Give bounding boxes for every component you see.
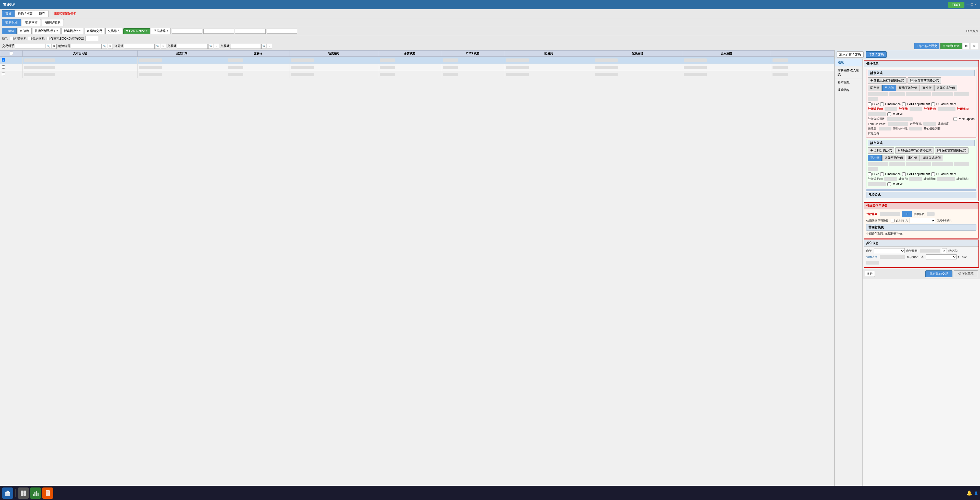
taskbar-icon-3[interactable] (30, 487, 41, 499)
table-row[interactable] (0, 71, 834, 78)
insurance-checkbox-label[interactable]: + Insurance (880, 102, 900, 106)
minimize-icon[interactable]: — (966, 3, 969, 6)
row-checkbox3[interactable] (2, 72, 5, 76)
confirm-btn[interactable]: 收拾 (865, 271, 875, 277)
tab-inventory[interactable]: 庫存 (36, 10, 48, 17)
search-input-4[interactable] (267, 29, 298, 34)
market-s-adj-checkbox[interactable] (931, 173, 935, 176)
save-current-trade-btn[interactable]: 保存當前交易 (925, 270, 953, 277)
table-row[interactable] (0, 57, 834, 64)
counterparty-clear-btn[interactable]: ✕ (52, 44, 57, 49)
search-input-3[interactable] (235, 29, 266, 34)
counterparty-input[interactable] (15, 44, 45, 49)
save-current-market-btn[interactable]: 💾 保存當前價格公式 (935, 147, 969, 154)
export-history-btn[interactable]: ↑ 導出修改歷史 (914, 43, 939, 49)
select-all-checkbox[interactable] (10, 51, 13, 55)
cancel-trade-btn[interactable]: ⊘ 繼續交易 (84, 28, 104, 34)
market-api-label[interactable]: + API adjustment (902, 173, 930, 176)
close-icon[interactable]: ✕ (974, 3, 977, 6)
taskbar-icon-2[interactable] (18, 487, 29, 499)
logistics-search-btn[interactable]: 🔍 (102, 44, 107, 49)
contract-input[interactable] (124, 44, 155, 49)
td-checkbox[interactable] (0, 64, 23, 71)
average-price-tab[interactable]: 平均價 (882, 85, 896, 91)
event-price-tab[interactable]: 事件價 (920, 85, 934, 91)
export-excel-btn[interactable]: ⊞ 遊玩Excel (940, 43, 962, 49)
view-toggle-btn[interactable]: ⊞ (963, 43, 970, 49)
market-s-adj-label[interactable]: + S adjustment (931, 173, 956, 176)
new-advance-btn[interactable]: 新建提存Y ▼ (62, 28, 83, 34)
market-relative-label[interactable]: Relative (887, 182, 903, 186)
td-checkbox[interactable] (0, 57, 23, 64)
filter-settings-btn[interactable]: ⚙ (971, 43, 978, 49)
logistics-input[interactable] (71, 44, 102, 49)
import-btn[interactable]: 交易導入 (105, 28, 122, 34)
market-insurance-checkbox[interactable] (880, 173, 884, 176)
tab-actual-goods[interactable]: 實貨 (2, 10, 14, 17)
filter-input[interactable] (86, 36, 98, 41)
row-checkbox2[interactable] (2, 65, 5, 69)
s-adj-checkbox[interactable] (931, 102, 935, 106)
tab-long-framework[interactable]: 長約 / 框架 (14, 10, 36, 17)
save-current-formula-btn[interactable]: 💾 保存當前價格公式 (907, 77, 941, 84)
exchange-clear-btn[interactable]: ✕ (214, 44, 219, 49)
internal-checkbox[interactable] (10, 37, 14, 40)
price-option-label[interactable]: Price Option (953, 117, 975, 121)
notification-bell-icon[interactable]: 🔔 (966, 490, 972, 496)
restore-icon[interactable]: ❐ (970, 3, 974, 6)
copy-pricing-btn[interactable]: ⊕ 復制訂價公式 (868, 147, 894, 154)
filter-internal[interactable]: 內部交易 (10, 37, 27, 41)
contract-search-btn[interactable]: 🔍 (155, 44, 160, 49)
api-adj-checkbox[interactable] (902, 102, 906, 106)
filter-forward[interactable]: 長約交易 (28, 37, 45, 41)
filter-book-empty[interactable]: 僅顯示BOOK为空的交易 (46, 37, 84, 41)
market-api-checkbox[interactable] (902, 173, 906, 176)
deal-notice-btn[interactable]: ⚑ Deal Notice ▼ (123, 28, 150, 34)
exchange2-clear-btn[interactable]: ✕ (267, 44, 272, 49)
insurance-checkbox[interactable] (880, 102, 884, 106)
tab-trade-detail[interactable]: 交易明細 (2, 19, 21, 26)
market-desc-avg-tab[interactable]: 復降平均計價 (882, 155, 905, 161)
descending-avg-tab[interactable]: 復降平均計價 (897, 85, 920, 91)
load-saved-formula-btn[interactable]: ⊕ 加載已保存的價格公式 (868, 77, 907, 84)
window-controls[interactable]: — ❐ ✕ (966, 3, 977, 6)
market-desc-formula-tab[interactable]: 復降公式計價 (920, 155, 943, 161)
search-input-2[interactable] (204, 29, 234, 34)
relative-checkbox[interactable] (887, 112, 891, 116)
new-btn[interactable]: ＋ 新建 (2, 28, 17, 34)
save-to-draft-btn[interactable]: 保存到草稿 (954, 270, 978, 277)
s-adj-checkbox-label[interactable]: + S adjustment (931, 102, 956, 106)
nav-transport[interactable]: 運輸信息 (835, 86, 862, 94)
show-all-sub-trades-btn[interactable]: 顯示所有子交易 (837, 51, 864, 58)
exchange2-input[interactable] (230, 44, 261, 49)
desc-select[interactable] (910, 218, 935, 223)
descending-formula-tab[interactable]: 復降公式計價 (934, 85, 957, 91)
market-osp-checkbox[interactable] (868, 173, 872, 176)
fixed-price-tab[interactable]: 固定價 (868, 85, 882, 91)
nav-financial[interactable]: 財務銷售收入確認 (835, 67, 862, 79)
restore-btn[interactable]: 恢復設活顯示Y ▼ (33, 28, 60, 34)
forward-checkbox[interactable] (28, 37, 32, 40)
nav-overview[interactable]: 概況 (835, 59, 862, 67)
osp-checkbox-label[interactable]: OSP (868, 102, 879, 106)
api-adj-checkbox-label[interactable]: + API adjustment (902, 102, 930, 106)
taskbar-icon-1[interactable] (2, 487, 13, 499)
price-option-checkbox[interactable] (953, 117, 957, 121)
relative-checkbox-label[interactable]: Relative (887, 112, 903, 116)
dispute-select[interactable] (926, 254, 956, 259)
market-avg-tab[interactable]: 平均價 (868, 155, 882, 161)
nav-basic-info[interactable]: 基本信息 (835, 79, 862, 86)
merchant-select[interactable] (874, 248, 905, 253)
table-row[interactable] (0, 64, 834, 71)
exchange-search-btn[interactable]: 🔍 (208, 44, 213, 49)
logistics-clear-btn[interactable]: ✕ (108, 44, 113, 49)
load-saved-market-btn[interactable]: ⊕ 加載已保存的價格公式 (895, 147, 934, 154)
estimate-btn[interactable]: 估值計算 ▼ (151, 28, 171, 34)
add-payment-btn[interactable]: + (902, 211, 912, 217)
exchange2-search-btn[interactable]: 🔍 (261, 44, 266, 49)
td-checkbox[interactable] (0, 71, 23, 78)
merchant-clear-btn[interactable]: ✕ (942, 248, 947, 253)
osp-checkbox[interactable] (868, 102, 872, 106)
market-osp-label[interactable]: OSP (868, 173, 879, 176)
market-relative-checkbox[interactable] (887, 182, 891, 186)
